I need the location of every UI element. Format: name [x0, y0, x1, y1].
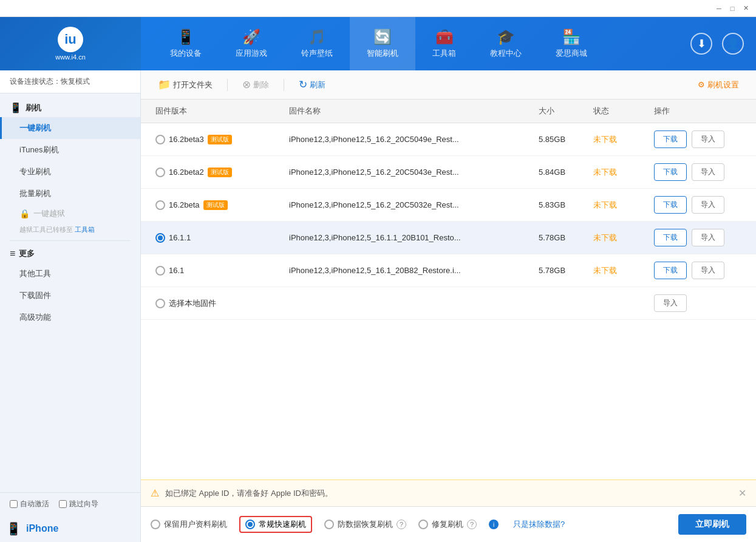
window-controls: ─ □ ✕: [713, 3, 751, 14]
nav-my-device[interactable]: 📱 我的设备: [153, 17, 219, 70]
refresh-icon: ↻: [299, 78, 307, 91]
anti-recovery-help-icon[interactable]: ?: [397, 520, 406, 529]
sidebar-item-one-click-flash[interactable]: 一键刷机: [0, 117, 140, 139]
folder-icon: 📁: [158, 78, 171, 91]
cell-filename-3: iPhone12,3,iPhone12,5_16.2_20C5032e_Rest…: [284, 193, 534, 217]
radio-anti-recovery[interactable]: [324, 520, 334, 529]
main-layout: 设备连接状态：恢复模式 📱 刷机 一键刷机 iTunes刷机 专业刷机 批量刷机…: [0, 70, 756, 542]
logo-area: iu www.i4.cn: [0, 17, 141, 70]
maximize-button[interactable]: □: [727, 3, 738, 14]
skip-wizard-checkbox[interactable]: 跳过向导: [59, 499, 98, 509]
nav-toolbox-icon: 🧰: [435, 29, 454, 46]
nav-apps-icon: 🚀: [242, 29, 261, 46]
sidebar-item-itunes-flash[interactable]: iTunes刷机: [0, 139, 140, 161]
import-btn-6[interactable]: 导入: [654, 294, 687, 312]
download-btn-4[interactable]: 下载: [654, 229, 687, 246]
repair-help-icon[interactable]: ?: [467, 520, 477, 529]
flash-info-icon[interactable]: i: [489, 520, 499, 529]
flash-bar: 保留用户资料刷机 常规快速刷机 防数据恢复刷机 ? 修复刷机 ? i 只是抹除数…: [141, 506, 756, 542]
refresh-button[interactable]: ↻ 刷新: [291, 75, 333, 94]
sidebar-more-section: ≡ 更多: [0, 245, 140, 263]
cell-version-3: 16.2beta 测试版: [151, 193, 284, 217]
toolbar-sep-1: [227, 79, 228, 91]
sidebar-item-other-tools[interactable]: 其他工具: [0, 263, 140, 285]
radio-row-1[interactable]: [155, 135, 165, 144]
radio-repair[interactable]: [418, 520, 428, 529]
radio-keep-data[interactable]: [151, 520, 160, 529]
flash-settings-button[interactable]: ⚙ 刷机设置: [690, 76, 746, 93]
user-button[interactable]: 👤: [722, 33, 744, 55]
radio-row-5[interactable]: [155, 266, 165, 276]
table-row-local: 选择本地固件 导入: [141, 287, 756, 320]
radio-row-2[interactable]: [155, 168, 165, 177]
sidebar-flash-section: 📱 刷机: [0, 98, 140, 117]
col-header-version: 固件版本: [151, 100, 284, 123]
flash-section-icon: 📱: [10, 102, 22, 113]
download-btn-5[interactable]: 下载: [654, 262, 687, 279]
nav-toolbox[interactable]: 🧰 工具箱: [415, 17, 473, 70]
radio-row-6[interactable]: [155, 299, 165, 308]
info-message: 如已绑定 Apple ID，请准备好 Apple ID和密码。: [165, 488, 333, 499]
radio-row-4[interactable]: [155, 233, 165, 243]
download-btn-3[interactable]: 下载: [654, 196, 687, 214]
title-bar: ─ □ ✕: [0, 0, 756, 17]
sidebar: 设备连接状态：恢复模式 📱 刷机 一键刷机 iTunes刷机 专业刷机 批量刷机…: [0, 70, 141, 542]
table-row: 16.2beta 测试版 iPhone12,3,iPhone12,5_16.2_…: [141, 189, 756, 222]
col-header-name: 固件名称: [284, 100, 534, 123]
flash-now-button[interactable]: 立即刷机: [678, 514, 746, 535]
minimize-button[interactable]: ─: [713, 3, 724, 14]
table-row: 16.2beta2 测试版 iPhone12,3,iPhone12,5_16.2…: [141, 156, 756, 189]
logo-url: www.i4.cn: [55, 53, 86, 61]
flash-option-quick-flash-wrapper[interactable]: 常规快速刷机: [239, 516, 312, 533]
import-btn-3[interactable]: 导入: [692, 196, 724, 214]
flash-option-repair[interactable]: 修复刷机 ?: [418, 519, 477, 530]
close-button[interactable]: ✕: [740, 3, 751, 14]
import-btn-1[interactable]: 导入: [692, 130, 724, 148]
content-toolbar: 📁 打开文件夹 ⊗ 删除 ↻ 刷新 ⚙ 刷机设置: [141, 70, 756, 100]
sidebar-item-pro-flash[interactable]: 专业刷机: [0, 161, 140, 183]
flash-option-keep-data[interactable]: 保留用户资料刷机: [151, 519, 227, 530]
delete-button[interactable]: ⊗ 删除: [235, 75, 276, 94]
sidebar-item-batch-flash[interactable]: 批量刷机: [0, 183, 140, 205]
table-header: 固件版本 固件名称 大小 状态 操作: [141, 100, 756, 123]
col-header-action: 操作: [649, 100, 746, 123]
sidebar-item-download-firmware[interactable]: 下载固件: [0, 285, 140, 307]
cell-status-6: [588, 296, 649, 311]
open-folder-button[interactable]: 📁 打开文件夹: [151, 75, 220, 94]
nav-tutorials-icon: 🎓: [497, 29, 515, 46]
download-btn-1[interactable]: 下载: [654, 130, 687, 148]
nav-store[interactable]: 🏪 爱思商城: [539, 17, 604, 70]
import-btn-5[interactable]: 导入: [692, 262, 724, 279]
cell-filename-2: iPhone12,3,iPhone12,5_16.2_20C5043e_Rest…: [284, 160, 534, 184]
col-header-status: 状态: [588, 100, 649, 123]
nav-tutorials[interactable]: 🎓 教程中心: [473, 17, 539, 70]
cell-status-5: 未下载: [588, 258, 649, 283]
device-status: 设备连接状态：恢复模式: [0, 70, 140, 93]
radio-quick-flash[interactable]: [245, 520, 255, 529]
cell-version-5: 16.1: [151, 259, 284, 283]
cell-status-2: 未下载: [588, 160, 649, 185]
import-btn-4[interactable]: 导入: [692, 229, 724, 246]
only-erase-link[interactable]: 只是抹除数据?: [513, 519, 565, 530]
info-bar: ⚠ 如已绑定 Apple ID，请准备好 Apple ID和密码。 ✕: [141, 479, 756, 506]
sidebar-item-jailbreak: 🔒 一键越狱: [0, 205, 140, 223]
download-button[interactable]: ⬇: [690, 33, 712, 55]
info-close-button[interactable]: ✕: [738, 487, 746, 499]
delete-icon: ⊗: [242, 78, 251, 91]
header: iu www.i4.cn 📱 我的设备 🚀 应用游戏 🎵 铃声壁纸 🔄 智能刷机…: [0, 17, 756, 70]
nav-right: ⬇ 👤: [690, 33, 756, 55]
flash-option-anti-recovery[interactable]: 防数据恢复刷机 ?: [324, 519, 406, 530]
nav-ringtones[interactable]: 🎵 铃声壁纸: [284, 17, 350, 70]
import-btn-2[interactable]: 导入: [692, 163, 724, 181]
nav-flash-icon: 🔄: [373, 29, 392, 46]
logo-icon: iu: [58, 27, 83, 52]
download-btn-2[interactable]: 下载: [654, 163, 687, 181]
radio-row-3[interactable]: [155, 200, 165, 210]
content-area: 📁 打开文件夹 ⊗ 删除 ↻ 刷新 ⚙ 刷机设置: [141, 70, 756, 542]
auto-activate-checkbox[interactable]: 自动激活: [10, 499, 49, 509]
sidebar-item-advanced[interactable]: 高级功能: [0, 307, 140, 328]
nav-apps-games[interactable]: 🚀 应用游戏: [219, 17, 284, 70]
nav-smart-flash[interactable]: 🔄 智能刷机: [350, 17, 415, 70]
sidebar-divider: [10, 240, 131, 241]
table-row: 16.2beta3 测试版 iPhone12,3,iPhone12,5_16.2…: [141, 123, 756, 156]
